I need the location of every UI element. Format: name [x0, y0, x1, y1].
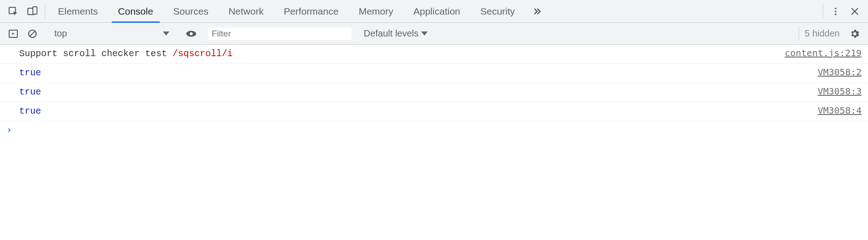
prompt-caret-icon: ›	[6, 124, 12, 135]
live-expression-icon[interactable]	[182, 28, 201, 40]
log-levels-label: Default levels	[364, 28, 418, 39]
log-boolean: true	[19, 87, 818, 97]
log-regex: /sqscroll/i	[173, 48, 233, 59]
tab-network[interactable]: Network	[219, 0, 274, 22]
svg-point-4	[835, 10, 837, 12]
tab-strip: Elements Console Sources Network Perform…	[48, 0, 525, 22]
separator	[823, 4, 823, 19]
console-output: Support scroll checker test /sqscroll/i …	[0, 45, 868, 138]
source-link[interactable]: VM3058:3	[818, 86, 862, 97]
log-boolean: true	[19, 106, 818, 116]
tab-console[interactable]: Console	[108, 0, 163, 22]
chevron-down-icon	[163, 31, 169, 36]
console-message: true VM3058:3	[0, 83, 868, 102]
svg-point-3	[835, 7, 837, 9]
tab-performance[interactable]: Performance	[274, 0, 349, 22]
tab-security[interactable]: Security	[470, 0, 525, 22]
console-message: true VM3058:4	[0, 102, 868, 121]
source-link[interactable]: content.js:219	[784, 47, 862, 58]
hidden-messages-count[interactable]: 5 hidden	[799, 27, 845, 40]
close-icon[interactable]	[845, 0, 864, 22]
filter-input[interactable]	[207, 26, 353, 41]
execution-context-label: top	[54, 28, 67, 39]
tab-memory[interactable]: Memory	[349, 0, 403, 22]
console-message: true VM3058:2	[0, 64, 868, 83]
source-link[interactable]: VM3058:4	[818, 105, 862, 116]
more-tabs-icon[interactable]	[525, 0, 549, 22]
console-message: Support scroll checker test /sqscroll/i …	[0, 45, 868, 64]
console-settings-icon[interactable]	[845, 28, 864, 39]
svg-point-5	[835, 13, 837, 15]
tab-application[interactable]: Application	[403, 0, 471, 22]
svg-point-9	[190, 32, 193, 35]
log-boolean: true	[19, 68, 818, 78]
svg-rect-2	[33, 7, 37, 14]
console-prompt[interactable]: ›	[0, 121, 868, 138]
tab-elements[interactable]: Elements	[48, 0, 108, 22]
console-sidebar-toggle-icon[interactable]	[4, 28, 23, 39]
separator	[45, 4, 45, 19]
tab-sources[interactable]: Sources	[163, 0, 219, 22]
log-levels-select[interactable]: Default levels	[353, 28, 439, 39]
log-text: Support scroll checker test	[19, 48, 173, 59]
console-toolbar: top Default levels 5 hidden	[0, 23, 868, 45]
source-link[interactable]: VM3058:2	[818, 67, 862, 78]
execution-context-select[interactable]: top	[48, 23, 176, 44]
kebab-menu-icon[interactable]	[826, 0, 845, 22]
inspect-element-icon[interactable]	[4, 0, 23, 22]
device-toolbar-icon[interactable]	[23, 0, 42, 22]
chevron-down-icon	[421, 31, 428, 36]
devtools-tab-bar: Elements Console Sources Network Perform…	[0, 0, 868, 23]
clear-console-icon[interactable]	[23, 29, 42, 39]
